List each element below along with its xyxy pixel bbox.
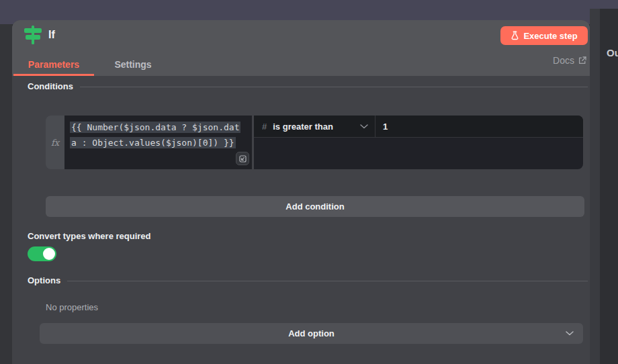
open-expression-editor-button[interactable] [236,152,249,165]
workflow-canvas-top-band [0,0,618,9]
tab-settings[interactable]: Settings [94,52,172,76]
toggle-knob [43,248,55,260]
if-node-icon [24,26,42,44]
docs-label: Docs [553,55,574,66]
convert-types-label: Convert types where required [28,231,151,241]
fx-label: fx [51,138,59,148]
flask-icon [511,31,519,40]
docs-link[interactable]: Docs [553,55,586,66]
section-divider [80,87,588,87]
condition-right-block: # is greater than [254,116,583,169]
add-condition-button[interactable]: Add condition [46,196,584,217]
parameters-pane: Conditions fx {{ Number($json.data ? $js… [12,76,590,364]
conditions-section-title: Conditions [28,81,73,91]
execute-step-button[interactable]: Execute step [500,26,588,45]
number-type-icon: # [262,122,267,132]
value-input-cell [375,116,583,137]
tab-parameters[interactable]: Parameters [13,52,94,76]
expand-expression-icon [239,155,247,163]
options-section-header: Options [28,275,588,285]
operator-value-row: # is greater than [254,116,583,138]
execute-step-label: Execute step [523,31,577,41]
node-settings-panel: If Execute step Parameters Settings Docs [12,20,590,364]
tab-settings-label: Settings [114,59,151,70]
node-title: If [48,29,55,41]
options-section-title: Options [28,275,60,285]
output-panel-title: Output [607,47,618,58]
overlay-left-strip [0,24,12,364]
expression-line: a : Object.values($json)[0]) }} [70,134,252,150]
tab-parameters-label: Parameters [28,59,79,70]
conditions-section-header: Conditions [28,81,588,91]
add-option-label: Add option [288,328,335,338]
panel-gap-strip [590,9,600,364]
external-link-icon [578,56,586,64]
expression-line: {{ Number($json.data ? $json.dat [70,119,252,134]
convert-types-toggle[interactable] [28,246,56,261]
node-panel-header: If Execute step Parameters Settings Docs [12,20,590,76]
operator-label: is greater than [273,122,354,132]
output-panel: Output [600,9,618,364]
section-divider [67,281,588,281]
expression-fx-badge: fx [46,116,64,169]
no-properties-text: No properties [46,302,98,312]
condition-value-input[interactable] [376,116,583,137]
add-option-button[interactable]: Add option [40,323,583,344]
chevron-down-icon [566,331,574,336]
operator-select[interactable]: # is greater than [254,116,375,138]
condition-row: fx {{ Number($json.data ? $json.dat a : … [46,116,583,169]
condition-left-expression-input[interactable]: {{ Number($json.data ? $json.dat a : Obj… [64,116,252,169]
chevron-down-icon [360,124,368,129]
